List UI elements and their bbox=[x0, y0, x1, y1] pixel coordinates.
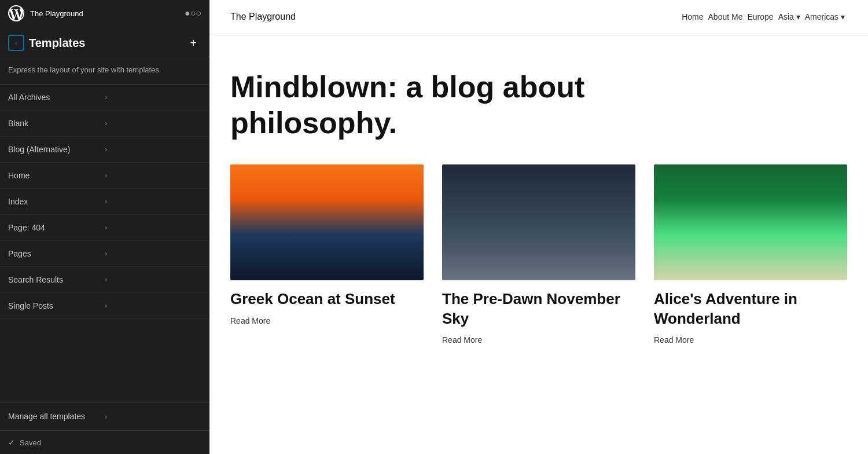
post-image bbox=[654, 164, 847, 280]
hero-section: Mindblown: a blog about philosophy. bbox=[209, 34, 868, 164]
nav-item-label: Blank bbox=[8, 119, 105, 128]
nav-item-label: Blog (Alternative) bbox=[8, 145, 105, 154]
nav-chevron-icon: › bbox=[105, 145, 201, 153]
nav-item-label: Pages bbox=[8, 249, 105, 258]
manage-all-templates-link[interactable]: Manage all templates › bbox=[0, 402, 209, 430]
sidebar-header: ‹ Templates + bbox=[0, 27, 209, 57]
main-content: The Playground HomeAbout MeEuropeAsiaAme… bbox=[209, 0, 868, 454]
site-nav-item[interactable]: Americas bbox=[803, 12, 847, 21]
read-more-link[interactable]: Read More bbox=[230, 316, 424, 325]
add-template-button[interactable]: + bbox=[185, 35, 201, 51]
saved-label: Saved bbox=[20, 438, 41, 447]
nav-chevron-icon: › bbox=[105, 249, 201, 258]
nav-item-label: Search Results bbox=[8, 275, 105, 284]
sidebar: ‹ Templates + Express the layout of your… bbox=[0, 0, 209, 454]
sidebar-description: Express the layout of your site with tem… bbox=[0, 57, 209, 85]
site-nav-item[interactable]: Europe bbox=[745, 12, 775, 21]
manage-link-label: Manage all templates bbox=[8, 412, 105, 421]
sidebar-nav-item[interactable]: Blog (Alternative)› bbox=[0, 137, 209, 163]
post-title: The Pre-Dawn November Sky bbox=[442, 290, 635, 329]
post-card: Greek Ocean at Sunset Read More bbox=[230, 164, 424, 345]
site-logo[interactable]: The Playground bbox=[230, 12, 679, 22]
saved-bar: ✓ Saved bbox=[0, 430, 209, 454]
nav-item-label: Index bbox=[8, 197, 105, 206]
post-card: Alice's Adventure in Wonderland Read Mor… bbox=[654, 164, 847, 345]
plus-icon: + bbox=[190, 36, 197, 50]
post-card: The Pre-Dawn November Sky Read More bbox=[442, 164, 635, 345]
sidebar-nav-item[interactable]: Index› bbox=[0, 189, 209, 215]
site-nav-item[interactable]: About Me bbox=[706, 12, 745, 21]
topbar: The Playground ●○○ bbox=[0, 0, 209, 27]
read-more-link[interactable]: Read More bbox=[654, 335, 847, 345]
back-icon: ‹ bbox=[15, 38, 18, 47]
sidebar-nav-item[interactable]: Home› bbox=[0, 163, 209, 189]
post-title: Alice's Adventure in Wonderland bbox=[654, 290, 847, 329]
nav-chevron-icon: › bbox=[105, 119, 201, 127]
read-more-link[interactable]: Read More bbox=[442, 335, 635, 345]
site-header: The Playground HomeAbout MeEuropeAsiaAme… bbox=[209, 0, 868, 34]
nav-chevron-icon: › bbox=[105, 223, 201, 232]
site-nav-item[interactable]: Home bbox=[679, 12, 705, 21]
post-image bbox=[230, 164, 424, 280]
nav-item-label: All Archives bbox=[8, 93, 105, 102]
nav-item-label: Page: 404 bbox=[8, 223, 105, 232]
nav-item-label: Home bbox=[8, 171, 105, 180]
sidebar-nav-item[interactable]: Search Results› bbox=[0, 267, 209, 293]
hero-title: Mindblown: a blog about philosophy. bbox=[230, 69, 751, 141]
search-icon[interactable]: ●○○ bbox=[185, 8, 201, 19]
nav-chevron-icon: › bbox=[105, 93, 201, 101]
sidebar-title: Templates bbox=[29, 36, 181, 50]
sidebar-nav-item[interactable]: Blank› bbox=[0, 111, 209, 137]
posts-grid: Greek Ocean at Sunset Read More The Pre-… bbox=[209, 164, 868, 368]
sidebar-nav: All Archives›Blank›Blog (Alternative)›Ho… bbox=[0, 85, 209, 402]
nav-item-label: Single Posts bbox=[8, 301, 105, 310]
sidebar-nav-item[interactable]: Pages› bbox=[0, 241, 209, 267]
post-title: Greek Ocean at Sunset bbox=[230, 290, 424, 309]
sidebar-nav-item[interactable]: Page: 404› bbox=[0, 215, 209, 241]
site-nav: HomeAbout MeEuropeAsiaAmericas bbox=[679, 12, 847, 21]
saved-check-icon: ✓ bbox=[8, 438, 15, 447]
nav-chevron-icon: › bbox=[105, 275, 201, 284]
sidebar-nav-item[interactable]: All Archives› bbox=[0, 85, 209, 111]
post-image bbox=[442, 164, 635, 280]
wordpress-logo-icon[interactable] bbox=[8, 5, 24, 21]
site-nav-item[interactable]: Asia bbox=[776, 12, 803, 21]
sidebar-footer: Manage all templates › ✓ Saved bbox=[0, 402, 209, 454]
nav-chevron-icon: › bbox=[105, 301, 201, 310]
manage-chevron-icon: › bbox=[105, 412, 201, 421]
topbar-site-name: The Playground bbox=[30, 9, 179, 18]
back-button[interactable]: ‹ bbox=[8, 35, 24, 51]
nav-chevron-icon: › bbox=[105, 197, 201, 206]
nav-chevron-icon: › bbox=[105, 171, 201, 180]
sidebar-nav-item[interactable]: Single Posts› bbox=[0, 293, 209, 319]
